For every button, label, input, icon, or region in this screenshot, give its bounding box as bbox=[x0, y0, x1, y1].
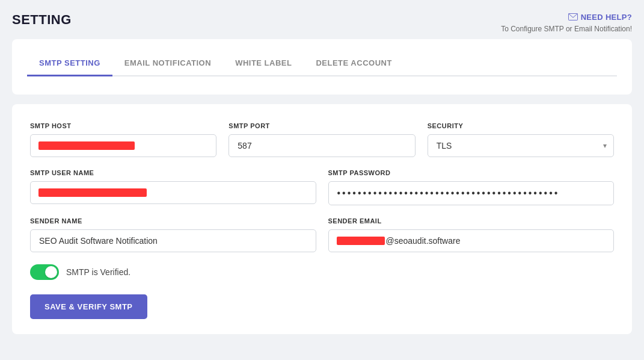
mail-icon bbox=[568, 13, 578, 20]
security-select[interactable]: TLS SSL NONE bbox=[428, 134, 614, 157]
smtp-username-input-wrapper bbox=[30, 181, 316, 204]
smtp-verified-row: SMTP is Verified. bbox=[30, 264, 614, 280]
sender-email-input[interactable] bbox=[328, 229, 615, 252]
sender-name-input[interactable] bbox=[30, 229, 316, 252]
page-title: SETTING bbox=[12, 12, 72, 28]
header-right: NEED HELP? To Configure SMTP or Email No… bbox=[501, 12, 632, 33]
smtp-port-label: SMTP PORT bbox=[228, 122, 415, 129]
smtp-host-group: SMTP HOST bbox=[30, 122, 216, 157]
sender-email-label: SENDER EMAIL bbox=[328, 217, 615, 225]
smtp-password-label: SMTP PASSWORD bbox=[328, 169, 615, 176]
security-group: SECURITY TLS SSL NONE ▾ bbox=[428, 122, 614, 157]
save-verify-smtp-button[interactable]: SAVE & VERIFY SMTP bbox=[30, 294, 147, 319]
tabs-card: SMTP SETTING EMAIL NOTIFICATION WHITE LA… bbox=[12, 39, 632, 95]
smtp-username-input[interactable] bbox=[30, 181, 316, 204]
toggle-knob bbox=[45, 266, 57, 278]
need-help-text: NEED HELP? bbox=[581, 13, 632, 22]
tab-delete-account[interactable]: DELETE ACCOUNT bbox=[304, 51, 403, 76]
smtp-host-input[interactable] bbox=[30, 134, 216, 157]
sender-name-group: SENDER NAME bbox=[30, 217, 316, 252]
smtp-verified-toggle[interactable] bbox=[30, 264, 59, 280]
tab-smtp-setting[interactable]: SMTP SETTING bbox=[27, 51, 112, 76]
security-label: SECURITY bbox=[428, 122, 614, 129]
tab-email-notification[interactable]: EMAIL NOTIFICATION bbox=[112, 51, 223, 76]
smtp-username-label: SMTP USER NAME bbox=[30, 169, 316, 176]
smtp-host-input-wrapper bbox=[30, 134, 216, 157]
smtp-port-input[interactable] bbox=[228, 134, 415, 157]
sender-email-group: SENDER EMAIL bbox=[328, 217, 615, 252]
security-select-wrapper: TLS SSL NONE ▾ bbox=[428, 134, 614, 157]
tabs-nav: SMTP SETTING EMAIL NOTIFICATION WHITE LA… bbox=[27, 51, 617, 76]
smtp-form-card: SMTP HOST SMTP PORT SECURITY TLS SSL NON… bbox=[12, 104, 632, 334]
smtp-password-input[interactable] bbox=[328, 181, 615, 205]
form-row-1: SMTP HOST SMTP PORT SECURITY TLS SSL NON… bbox=[30, 122, 614, 157]
need-help-link[interactable]: NEED HELP? bbox=[568, 13, 632, 22]
sender-name-label: SENDER NAME bbox=[30, 217, 316, 225]
sender-email-input-wrapper bbox=[328, 229, 615, 252]
page-header: SETTING NEED HELP? To Configure SMTP or … bbox=[12, 12, 632, 33]
form-row-3: SENDER NAME SENDER EMAIL bbox=[30, 217, 614, 252]
smtp-password-group: SMTP PASSWORD bbox=[328, 169, 615, 205]
tab-white-label[interactable]: WHITE LABEL bbox=[223, 51, 304, 76]
smtp-port-group: SMTP PORT bbox=[228, 122, 415, 157]
smtp-host-label: SMTP HOST bbox=[30, 122, 216, 129]
configure-text: To Configure SMTP or Email Notification! bbox=[501, 25, 632, 33]
smtp-username-group: SMTP USER NAME bbox=[30, 169, 316, 205]
toggle-label: SMTP is Verified. bbox=[66, 267, 130, 277]
form-row-2: SMTP USER NAME SMTP PASSWORD bbox=[30, 169, 614, 205]
